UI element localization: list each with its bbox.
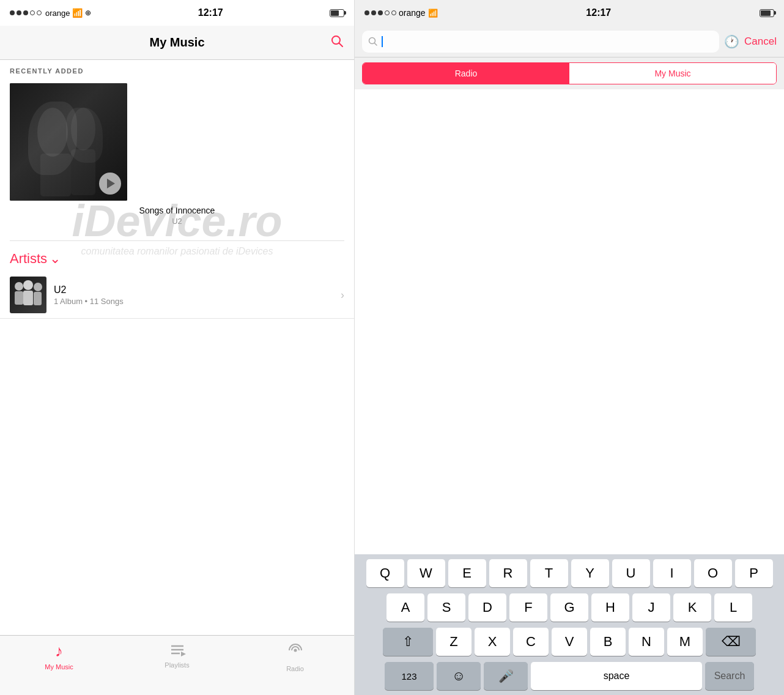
battery-right xyxy=(760,9,774,17)
key-t[interactable]: T xyxy=(530,559,568,587)
key-g[interactable]: G xyxy=(550,593,588,622)
dot3 xyxy=(23,10,28,15)
key-e[interactable]: E xyxy=(448,559,486,587)
tab-bar: ♪ My Music Playlists Radio xyxy=(0,635,354,695)
recently-added-label: RECENTLY ADDED xyxy=(0,60,354,78)
tab-radio[interactable]: Radio xyxy=(236,642,354,672)
number-mode-key[interactable]: 123 xyxy=(385,662,434,690)
key-s[interactable]: S xyxy=(427,593,465,622)
backspace-key[interactable]: ⌫ xyxy=(706,628,756,656)
svg-rect-4 xyxy=(40,154,71,196)
space-key[interactable]: space xyxy=(531,662,702,690)
keyboard-row-2: A S D F G H J K L xyxy=(357,593,782,622)
keyboard-row-1: Q W E R T Y U I O P xyxy=(357,559,782,587)
time-left: 12:17 xyxy=(198,7,223,18)
shift-key[interactable]: ⇧ xyxy=(383,628,433,656)
status-bar-left: orange 📶 ⊕ 12:17 xyxy=(0,0,354,26)
wifi-icon-right: 📶 xyxy=(428,9,438,18)
search-button-left[interactable] xyxy=(330,34,344,52)
svg-rect-5 xyxy=(71,149,95,195)
album-name: Songs of Innocence xyxy=(11,206,343,215)
key-j[interactable]: J xyxy=(632,593,670,622)
status-bar-right: orange 📶 12:17 xyxy=(355,0,784,26)
tab-playlists[interactable]: Playlists xyxy=(118,642,236,669)
carrier-name-left: orange xyxy=(45,9,70,18)
radio-waves-icon xyxy=(287,642,304,659)
clock-icon[interactable]: 🕐 xyxy=(724,34,739,49)
svg-rect-11 xyxy=(34,292,42,305)
svg-line-18 xyxy=(375,43,377,45)
cursor-blink xyxy=(382,36,383,47)
key-l[interactable]: L xyxy=(714,593,752,622)
key-c[interactable]: C xyxy=(513,628,549,656)
segment-my-music[interactable]: My Music xyxy=(569,63,776,84)
key-i[interactable]: I xyxy=(653,559,691,587)
battery-fill-right xyxy=(761,10,771,16)
chevron-down-icon: ⌄ xyxy=(50,251,61,267)
key-o[interactable]: O xyxy=(694,559,732,587)
svg-marker-15 xyxy=(181,652,186,656)
mic-key[interactable]: 🎤 xyxy=(484,662,528,690)
key-y[interactable]: Y xyxy=(571,559,609,587)
artists-section-header[interactable]: Artists ⌄ xyxy=(0,246,354,272)
key-h[interactable]: H xyxy=(591,593,629,622)
tab-label-my-music: My Music xyxy=(45,663,73,671)
svg-point-2 xyxy=(37,108,68,157)
tab-label-playlists: Playlists xyxy=(165,661,189,669)
search-cursor[interactable] xyxy=(382,36,713,47)
key-v[interactable]: V xyxy=(552,628,587,656)
key-w[interactable]: W xyxy=(407,559,445,587)
artist-row-u2[interactable]: U2 1 Album • 11 Songs › xyxy=(0,272,354,319)
key-a[interactable]: A xyxy=(386,593,424,622)
key-n[interactable]: N xyxy=(629,628,664,656)
artist-info-u2: U2 1 Album • 11 Songs xyxy=(54,284,333,306)
rdot5 xyxy=(391,10,396,15)
svg-line-1 xyxy=(339,43,343,46)
key-k[interactable]: K xyxy=(673,593,711,622)
emoji-key[interactable]: ☺ xyxy=(437,662,481,690)
search-icon xyxy=(368,37,378,46)
segment-control: Radio My Music xyxy=(362,62,777,84)
time-right: 12:17 xyxy=(586,7,611,18)
search-key[interactable]: Search xyxy=(705,662,754,690)
wifi-icon-left: 📶 xyxy=(72,8,83,18)
svg-rect-7 xyxy=(15,291,23,305)
segment-radio[interactable]: Radio xyxy=(363,63,569,84)
svg-point-16 xyxy=(294,649,297,652)
playlists-icon xyxy=(169,642,186,659)
battery-left xyxy=(330,9,344,17)
key-p[interactable]: P xyxy=(735,559,773,587)
key-x[interactable]: X xyxy=(475,628,510,656)
tab-my-music[interactable]: ♪ My Music xyxy=(0,642,118,671)
key-q[interactable]: Q xyxy=(366,559,404,587)
battery-body-left xyxy=(330,9,344,17)
search-bar-area: 🕐 Cancel xyxy=(355,26,784,58)
key-z[interactable]: Z xyxy=(436,628,472,656)
svg-point-3 xyxy=(71,108,95,151)
keyboard-row-3: ⇧ Z X C V B N M ⌫ xyxy=(357,628,782,656)
artist-art-u2 xyxy=(10,277,46,313)
svg-point-8 xyxy=(23,280,33,290)
rdot1 xyxy=(364,10,369,15)
key-u[interactable]: U xyxy=(612,559,650,587)
svg-point-10 xyxy=(34,283,42,291)
album-thumbnail[interactable] xyxy=(10,83,127,201)
key-d[interactable]: D xyxy=(468,593,506,622)
radio-icon xyxy=(287,642,304,663)
key-m[interactable]: M xyxy=(667,628,703,656)
svg-point-6 xyxy=(15,282,23,291)
dot2 xyxy=(17,10,21,15)
signal-dots-right xyxy=(364,10,396,15)
play-button[interactable] xyxy=(99,173,121,195)
music-note-icon: ♪ xyxy=(55,642,63,661)
dot5 xyxy=(37,10,42,15)
search-input-wrapper[interactable] xyxy=(362,31,719,53)
album-info: Songs of Innocence U2 xyxy=(10,206,344,226)
key-r[interactable]: R xyxy=(489,559,527,587)
chevron-right-icon: › xyxy=(341,289,344,302)
cancel-button[interactable]: Cancel xyxy=(744,35,777,48)
key-b[interactable]: B xyxy=(590,628,626,656)
carrier-info-right: orange 📶 xyxy=(364,8,438,18)
key-f[interactable]: F xyxy=(509,593,547,622)
signal-dots-left xyxy=(10,10,42,15)
